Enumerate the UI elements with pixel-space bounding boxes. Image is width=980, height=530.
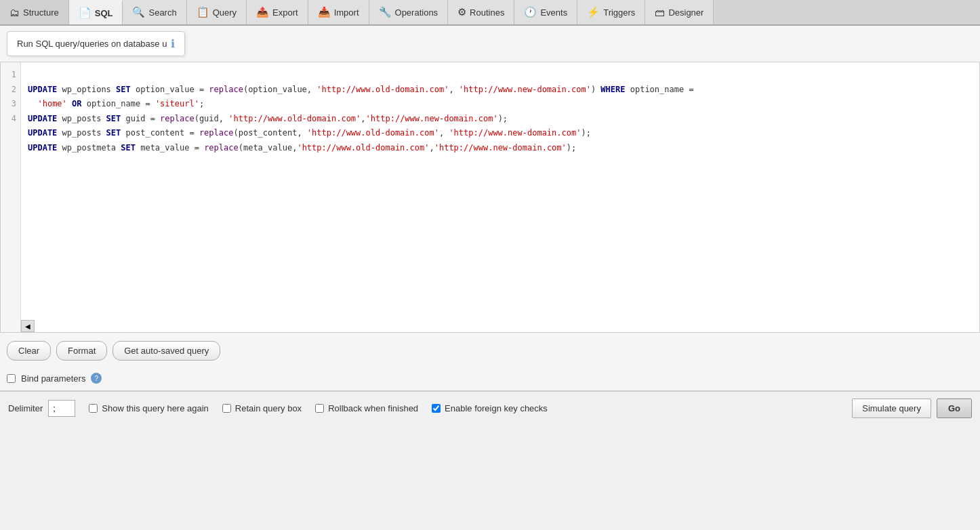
bottom-bar: Delimiter Show this query here again Ret… [0, 391, 980, 425]
tab-sql-label: SQL [95, 8, 113, 18]
tab-designer[interactable]: 🗃 Designer [645, 0, 714, 24]
triggers-icon: ⚡ [587, 6, 600, 18]
search-icon: 🔍 [132, 6, 145, 18]
tab-routines[interactable]: ⚙ Routines [448, 0, 514, 24]
sql-icon: 📄 [79, 7, 91, 19]
foreign-key-label[interactable]: Enable foreign key checks [432, 403, 548, 413]
tab-structure-label: Structure [23, 7, 59, 18]
designer-icon: 🗃 [655, 7, 665, 18]
import-icon: 📥 [318, 6, 331, 18]
tab-operations[interactable]: 🔧 Operations [369, 0, 449, 24]
action-buttons-row: Clear Format Get auto-saved query [0, 333, 980, 369]
tab-export-label: Export [272, 7, 298, 18]
export-icon: 📤 [256, 6, 269, 18]
rollback-label[interactable]: Rollback when finished [315, 403, 418, 413]
structure-icon: 🗂 [9, 7, 20, 18]
go-button[interactable]: Go [937, 399, 972, 418]
tab-import-label: Import [334, 7, 359, 18]
tab-routines-label: Routines [470, 7, 504, 18]
format-button[interactable]: Format [56, 341, 107, 361]
tab-export[interactable]: 📤 Export [247, 0, 308, 24]
tab-events-label: Events [540, 7, 567, 18]
rollback-text: Rollback when finished [328, 403, 418, 413]
foreign-key-text: Enable foreign key checks [445, 403, 548, 413]
sql-code-area[interactable]: UPDATE wp_options SET option_value = rep… [21, 62, 979, 332]
rollback-checkbox[interactable] [315, 404, 324, 413]
tab-triggers-label: Triggers [603, 7, 635, 18]
operations-icon: 🔧 [379, 6, 392, 18]
tab-bar: 🗂 Structure 📄 SQL 🔍 Search 📋 Query 📤 Exp… [0, 0, 980, 26]
tab-triggers[interactable]: ⚡ Triggers [577, 0, 645, 24]
bottom-action-buttons: Simulate query Go [852, 399, 972, 418]
tab-sql[interactable]: 📄 SQL [69, 0, 123, 24]
tab-search[interactable]: 🔍 Search [123, 0, 186, 24]
bind-parameters-checkbox[interactable] [7, 374, 16, 383]
get-auto-saved-button[interactable]: Get auto-saved query [113, 341, 220, 361]
bind-parameters-help-icon[interactable]: ? [91, 373, 102, 384]
routines-icon: ⚙ [457, 6, 466, 18]
sql-header-title: Run SQL query/queries on database u [17, 39, 167, 49]
delimiter-label: Delimiter [8, 403, 43, 413]
tab-search-label: Search [148, 7, 176, 18]
sql-editor-container: 1 2 3 4 UPDATE wp_options SET option_val… [0, 62, 980, 333]
tab-events[interactable]: 🕐 Events [514, 0, 577, 24]
query-icon: 📋 [197, 6, 209, 18]
tab-structure[interactable]: 🗂 Structure [0, 0, 69, 24]
delimiter-group: Delimiter [8, 400, 75, 417]
line-numbers: 1 2 3 4 [1, 62, 21, 332]
tab-import[interactable]: 📥 Import [308, 0, 369, 24]
events-icon: 🕐 [524, 6, 537, 18]
show-query-text: Show this query here again [102, 403, 209, 413]
foreign-key-checkbox[interactable] [432, 404, 441, 413]
clear-button[interactable]: Clear [7, 341, 51, 361]
delimiter-input[interactable] [48, 400, 75, 417]
simulate-query-button[interactable]: Simulate query [852, 399, 931, 418]
show-query-label[interactable]: Show this query here again [89, 403, 209, 413]
sql-info-icon[interactable]: ℹ [171, 37, 175, 50]
bind-parameters-row: Bind parameters ? [0, 369, 980, 390]
tab-operations-label: Operations [395, 7, 438, 18]
bind-parameters-label: Bind parameters [21, 373, 85, 384]
retain-query-label[interactable]: Retain query box [222, 403, 302, 413]
retain-query-checkbox[interactable] [222, 404, 231, 413]
tab-designer-label: Designer [668, 7, 703, 18]
show-query-checkbox[interactable] [89, 404, 98, 413]
tab-query-label: Query [213, 7, 237, 18]
scroll-left-button[interactable]: ◀ [21, 320, 35, 332]
main-area: Run SQL query/queries on database u ℹ 1 … [0, 26, 980, 425]
retain-query-text: Retain query box [235, 403, 302, 413]
sql-header: Run SQL query/queries on database u ℹ [7, 31, 185, 56]
tab-query[interactable]: 📋 Query [187, 0, 247, 24]
